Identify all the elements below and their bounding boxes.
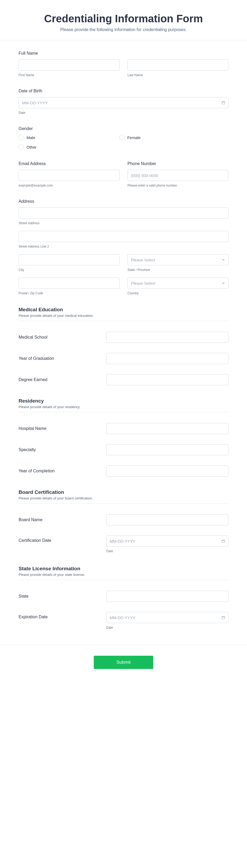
country-select-display: Please Select: [128, 278, 228, 289]
address-group: Address Street Address Street Address Li…: [19, 199, 228, 295]
cert-date-field: Certification Date Date: [19, 535, 228, 553]
phone-label: Phone Number: [128, 161, 228, 166]
cert-date-sublabel: Date: [106, 549, 228, 553]
board-name-label: Board Name: [19, 518, 101, 522]
city-sublabel: City: [19, 268, 119, 272]
section-divider: [19, 503, 228, 504]
gender-option-label: Male: [27, 135, 35, 140]
postal-sublabel: Postal / Zip Code: [19, 291, 119, 295]
license-state-field: State: [19, 591, 228, 602]
exp-date-field: Expiration Date Date: [19, 612, 228, 629]
section-title: State License Information: [19, 566, 228, 571]
completion-field: Year of Completion: [19, 465, 228, 476]
gender-group: Gender Male Female Other: [19, 126, 228, 150]
email-input[interactable]: [19, 170, 119, 181]
grad-year-label: Year of Graduation: [19, 356, 101, 361]
section-divider: [19, 321, 228, 321]
form-subtitle: Please provide the following information…: [10, 27, 237, 32]
address-label: Address: [19, 199, 228, 204]
street-address-2-input[interactable]: [19, 231, 228, 242]
last-name-sublabel: Last Name: [128, 73, 228, 77]
gender-radio-female[interactable]: Female: [119, 135, 220, 140]
street-sublabel: Street Address: [19, 221, 228, 225]
degree-label: Degree Earned: [19, 377, 101, 382]
board-name-input[interactable]: [106, 514, 228, 525]
grad-year-input[interactable]: [106, 353, 228, 364]
specialty-field: Specialty: [19, 444, 228, 455]
section-desc: Please provide details of your board cer…: [19, 496, 228, 500]
dob-sublabel: Date: [19, 111, 228, 115]
cert-date-input[interactable]: [106, 535, 228, 547]
cert-date-label: Certification Date: [19, 535, 101, 543]
radio-icon: [119, 135, 125, 140]
grad-year-field: Year of Graduation: [19, 353, 228, 364]
street-address-input[interactable]: [19, 208, 228, 219]
country-select[interactable]: Please Select: [128, 278, 228, 289]
street2-sublabel: Street Address Line 2: [19, 245, 228, 248]
degree-field: Degree Earned: [19, 374, 228, 385]
dob-group: Date of Birth Date: [19, 89, 228, 115]
board-cert-header: Board Certification Please provide detai…: [19, 489, 228, 500]
contact-group: Email Address example@example.com Phone …: [19, 161, 228, 187]
state-select-display: Please Select: [128, 254, 228, 266]
section-title: Medical Education: [19, 307, 228, 313]
gender-option-label: Other: [27, 145, 37, 149]
hospital-field: Hospital Name: [19, 423, 228, 434]
submit-button[interactable]: Submit: [94, 656, 153, 669]
license-state-input[interactable]: [106, 591, 228, 602]
license-state-label: State: [19, 594, 101, 599]
section-divider: [19, 580, 228, 580]
exp-date-input[interactable]: [106, 612, 228, 623]
phone-input[interactable]: [128, 170, 228, 181]
state-license-header: State License Information Please provide…: [19, 566, 228, 577]
medical-school-input[interactable]: [106, 332, 228, 343]
section-desc: Please provide details of your state lic…: [19, 572, 228, 577]
medical-school-field: Medical School: [19, 332, 228, 343]
completion-input[interactable]: [106, 465, 228, 476]
specialty-input[interactable]: [106, 444, 228, 455]
gender-radio-male[interactable]: Male: [19, 135, 119, 140]
form-footer: Submit: [0, 645, 247, 685]
state-sublabel: State / Province: [128, 268, 228, 272]
postal-input[interactable]: [19, 278, 119, 289]
radio-icon: [19, 135, 24, 140]
first-name-input[interactable]: [19, 59, 119, 70]
radio-icon: [19, 144, 24, 150]
dob-label: Date of Birth: [19, 89, 228, 93]
first-name-sublabel: First Name: [19, 73, 119, 77]
medical-school-label: Medical School: [19, 335, 101, 340]
section-divider: [19, 412, 228, 412]
gender-radio-other[interactable]: Other: [19, 144, 119, 150]
medical-education-header: Medical Education Please provide details…: [19, 307, 228, 318]
country-sublabel: Country: [128, 291, 228, 295]
phone-sublabel: Please enter a valid phone number.: [128, 184, 228, 187]
hospital-input[interactable]: [106, 423, 228, 434]
dob-input[interactable]: [19, 97, 228, 108]
full-name-label: Full Name: [19, 51, 228, 56]
section-title: Residency: [19, 398, 228, 404]
email-sublabel: example@example.com: [19, 184, 119, 187]
city-input[interactable]: [19, 254, 119, 266]
exp-date-sublabel: Date: [106, 626, 228, 629]
completion-label: Year of Completion: [19, 469, 101, 473]
specialty-label: Specialty: [19, 447, 101, 452]
form-header: Credentialing Information Form Please pr…: [0, 0, 247, 40]
section-title: Board Certification: [19, 489, 228, 495]
full-name-group: Full Name First Name Last Name: [19, 51, 228, 77]
residency-header: Residency Please provide details of your…: [19, 398, 228, 409]
gender-option-label: Female: [127, 135, 140, 140]
exp-date-label: Expiration Date: [19, 612, 101, 619]
last-name-input[interactable]: [128, 59, 228, 70]
degree-input[interactable]: [106, 374, 228, 385]
gender-label: Gender: [19, 126, 228, 131]
board-name-field: Board Name: [19, 514, 228, 525]
form-title: Credentialing Information Form: [10, 13, 237, 25]
hospital-label: Hospital Name: [19, 426, 101, 431]
state-select[interactable]: Please Select: [128, 254, 228, 266]
section-desc: Please provide details of your residency…: [19, 405, 228, 409]
email-label: Email Address: [19, 161, 119, 166]
section-desc: Please provide details of your medical e…: [19, 314, 228, 318]
